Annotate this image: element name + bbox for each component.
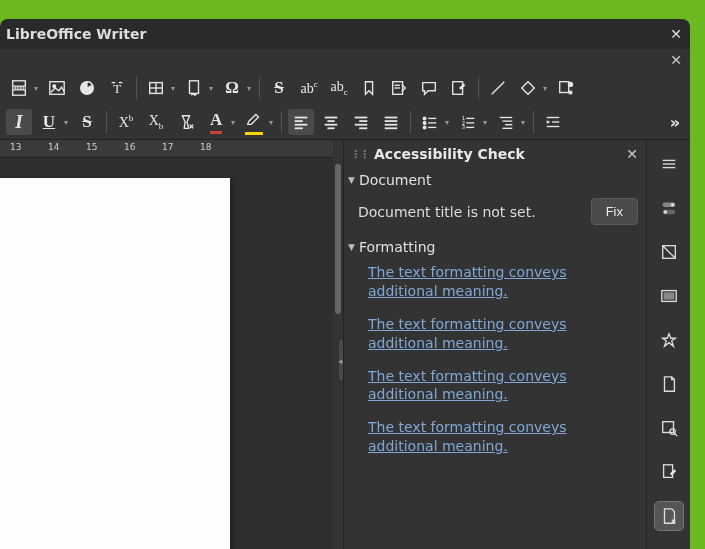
- align-left-button[interactable]: [288, 109, 314, 135]
- number-list-button[interactable]: 123: [455, 109, 481, 135]
- superscript2-icon[interactable]: Xb: [113, 109, 139, 135]
- dropdown-caret-icon[interactable]: ▾: [483, 118, 487, 127]
- formatting-issue-link[interactable]: The text formatting conveys additional m…: [368, 368, 566, 403]
- subscript2-icon[interactable]: Xb: [143, 109, 169, 135]
- svg-point-41: [423, 126, 426, 129]
- align-right-button[interactable]: [348, 109, 374, 135]
- deck-properties-icon[interactable]: [655, 194, 683, 222]
- titlebar: LibreOffice Writer ✕: [0, 19, 690, 49]
- ruler-mark: 16: [124, 142, 135, 152]
- align-center-button[interactable]: [318, 109, 344, 135]
- formatting-issue-item: The text formatting conveys additional m…: [344, 311, 646, 363]
- deck-navigator-icon[interactable]: [655, 326, 683, 354]
- svg-line-71: [674, 433, 677, 436]
- formatting-issue-link[interactable]: The text formatting conveys additional m…: [368, 264, 566, 299]
- svg-rect-1: [13, 90, 26, 95]
- svg-rect-12: [190, 81, 199, 94]
- app-window: ✕ ▾T▾▾Ω▾Sabcabc▾ IU▾SXbXbA▾▾▾123▾▾» 1314…: [0, 49, 690, 549]
- dropdown-caret-icon[interactable]: ▾: [209, 84, 213, 93]
- sidebar-deck: [646, 140, 690, 549]
- line-icon[interactable]: [485, 75, 511, 101]
- fix-button[interactable]: Fix: [591, 198, 638, 225]
- deck-manage-icon[interactable]: [655, 458, 683, 486]
- deck-gallery-icon[interactable]: [655, 282, 683, 310]
- deck-a11y-icon[interactable]: [655, 502, 683, 530]
- align-justify-button[interactable]: [378, 109, 404, 135]
- dropdown-caret-icon[interactable]: ▾: [231, 118, 235, 127]
- svg-line-17: [492, 82, 505, 95]
- special-char-icon[interactable]: Ω: [219, 75, 245, 101]
- dropdown-caret-icon[interactable]: ▾: [269, 118, 273, 127]
- outline-button[interactable]: [493, 109, 519, 135]
- highlight-button[interactable]: [241, 109, 267, 135]
- separator: [106, 111, 107, 133]
- dropdown-caret-icon[interactable]: ▾: [445, 118, 449, 127]
- strike-button[interactable]: S: [74, 109, 100, 135]
- superscript-icon[interactable]: abc: [296, 75, 322, 101]
- bookmark-icon[interactable]: [356, 75, 382, 101]
- track-changes-icon[interactable]: [446, 75, 472, 101]
- font-color-button[interactable]: A: [203, 109, 229, 135]
- textbox-icon[interactable]: T: [104, 75, 130, 101]
- deck-menu-icon[interactable]: [655, 150, 683, 178]
- svg-rect-69: [662, 422, 673, 433]
- toolbar-insert: ▾T▾▾Ω▾Sabcabc▾: [0, 71, 690, 105]
- separator: [136, 77, 137, 99]
- separator: [281, 111, 282, 133]
- underline-button[interactable]: U: [36, 109, 62, 135]
- section-formatting-header[interactable]: ▼ Formatting: [344, 235, 646, 259]
- svg-rect-18: [560, 82, 569, 93]
- chart-icon[interactable]: [74, 75, 100, 101]
- document-close-icon[interactable]: ✕: [670, 52, 682, 68]
- comment-icon[interactable]: [416, 75, 442, 101]
- deck-styles-icon[interactable]: [655, 238, 683, 266]
- bold-button[interactable]: I: [6, 109, 32, 135]
- document-issue-row: Document title is not set. Fix: [344, 192, 646, 235]
- document-close-row: ✕: [0, 49, 690, 71]
- sidebar-panel: ⋮⋮ Accessibility Check ✕ ▼ Document Docu…: [343, 140, 646, 549]
- dropdown-caret-icon[interactable]: ▾: [543, 84, 547, 93]
- formatting-issue-link[interactable]: The text formatting conveys additional m…: [368, 419, 566, 454]
- show-draw-icon[interactable]: [553, 75, 579, 101]
- image-icon[interactable]: [44, 75, 70, 101]
- dropdown-caret-icon[interactable]: ▾: [247, 84, 251, 93]
- separator: [533, 111, 534, 133]
- deck-page-icon[interactable]: [655, 370, 683, 398]
- separator: [410, 111, 411, 133]
- svg-point-40: [423, 122, 426, 125]
- sidebar-close-icon[interactable]: ✕: [626, 146, 638, 162]
- indent-inc-button[interactable]: [540, 109, 566, 135]
- dropdown-caret-icon[interactable]: ▾: [521, 118, 525, 127]
- deck-inspect-icon[interactable]: [655, 414, 683, 442]
- sidebar-grip-icon[interactable]: ⋮⋮: [350, 148, 368, 161]
- strikethrough-icon[interactable]: S: [266, 75, 292, 101]
- horizontal-ruler[interactable]: 131415161718: [0, 140, 333, 158]
- page-break-icon[interactable]: [6, 75, 32, 101]
- scrollbar-thumb[interactable]: [335, 164, 341, 314]
- subscript-icon[interactable]: abc: [326, 75, 352, 101]
- section-document-label: Document: [359, 172, 432, 188]
- dropdown-caret-icon[interactable]: ▾: [171, 84, 175, 93]
- shape-icon[interactable]: [515, 75, 541, 101]
- footnote-icon[interactable]: [181, 75, 207, 101]
- dropdown-caret-icon[interactable]: ▾: [64, 118, 68, 127]
- cross-ref-icon[interactable]: [386, 75, 412, 101]
- content-area: 131415161718 ⋮⋮ Accessibility Check ✕ ▼ …: [0, 140, 690, 549]
- dropdown-caret-icon[interactable]: ▾: [34, 84, 38, 93]
- window-close-icon[interactable]: ✕: [670, 26, 682, 42]
- document-page[interactable]: [0, 178, 230, 549]
- hyperlink-icon[interactable]: [143, 75, 169, 101]
- bullet-list-button[interactable]: [417, 109, 443, 135]
- svg-line-66: [662, 246, 675, 259]
- ruler-mark: 13: [10, 142, 21, 152]
- page-viewport[interactable]: [0, 158, 333, 549]
- sidebar-title: Accessibility Check: [374, 146, 620, 162]
- formatting-issue-item: The text formatting conveys additional m…: [344, 363, 646, 415]
- clear-format-icon[interactable]: [173, 109, 199, 135]
- formatting-issue-link[interactable]: The text formatting conveys additional m…: [368, 316, 566, 351]
- svg-rect-68: [663, 292, 674, 299]
- section-document-header[interactable]: ▼ Document: [344, 168, 646, 192]
- formatting-issues-list: The text formatting conveys additional m…: [344, 259, 646, 466]
- svg-text:3: 3: [462, 124, 465, 130]
- toolbar-overflow-icon[interactable]: »: [666, 105, 684, 139]
